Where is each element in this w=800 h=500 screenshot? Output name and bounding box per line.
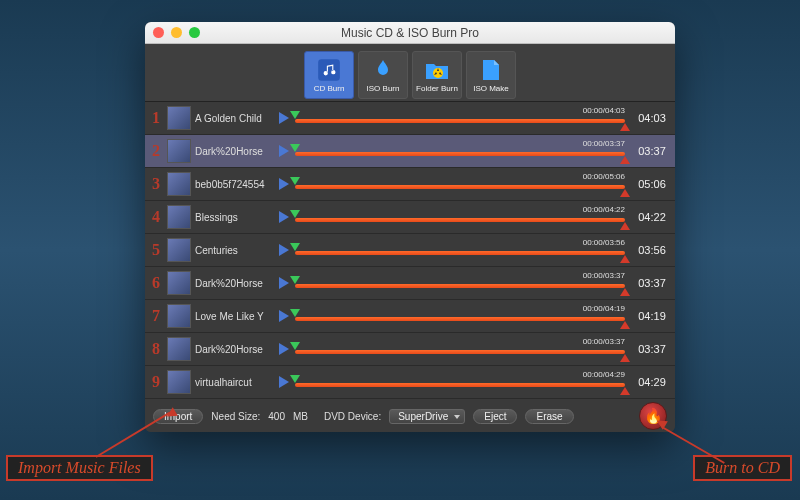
- need-size-unit: MB: [293, 411, 308, 422]
- track-name: virtualhaircut: [195, 377, 273, 388]
- svg-rect-0: [318, 59, 340, 81]
- track-time: 00:00/03:56: [583, 238, 625, 247]
- toolbar-folder-burn[interactable]: Folder Burn: [412, 51, 462, 99]
- play-icon[interactable]: [279, 244, 289, 256]
- toolbar: CD BurnISO BurnFolder BurnISO Make: [145, 44, 675, 102]
- trim-end-handle[interactable]: [620, 222, 630, 230]
- arrow-line: [95, 412, 170, 458]
- toolbar-cd-burn[interactable]: CD Burn: [304, 51, 354, 99]
- track-number: 1: [145, 109, 167, 127]
- track-row[interactable]: 6Dark%20Horse00:00/03:3703:37: [145, 267, 675, 300]
- track-row[interactable]: 2Dark%20Horse00:00/03:3703:37: [145, 135, 675, 168]
- trim-end-handle[interactable]: [620, 354, 630, 362]
- track-number: 8: [145, 340, 167, 358]
- track-thumbnail: [167, 205, 191, 229]
- track-number: 7: [145, 307, 167, 325]
- trim-start-handle[interactable]: [290, 144, 300, 152]
- trim-end-handle[interactable]: [620, 387, 630, 395]
- track-duration: 04:22: [629, 211, 675, 223]
- trim-end-handle[interactable]: [620, 321, 630, 329]
- flame-icon: [368, 56, 398, 84]
- track-name: Dark%20Horse: [195, 278, 273, 289]
- callout-burn: Burn to CD: [693, 455, 792, 481]
- trim-end-handle[interactable]: [620, 156, 630, 164]
- need-size-value: 400: [268, 411, 285, 422]
- toolbar-label: ISO Burn: [367, 84, 400, 93]
- trim-slider[interactable]: 00:00/04:29: [295, 371, 625, 393]
- play-icon[interactable]: [279, 211, 289, 223]
- track-row[interactable]: 7Love Me Like Y00:00/04:1904:19: [145, 300, 675, 333]
- trim-slider[interactable]: 00:00/05:06: [295, 173, 625, 195]
- trim-start-handle[interactable]: [290, 309, 300, 317]
- track-number: 6: [145, 274, 167, 292]
- trim-start-handle[interactable]: [290, 177, 300, 185]
- track-time: 00:00/03:37: [583, 337, 625, 346]
- play-icon[interactable]: [279, 376, 289, 388]
- play-icon[interactable]: [279, 310, 289, 322]
- track-time: 00:00/03:37: [583, 139, 625, 148]
- track-time: 00:00/04:29: [583, 370, 625, 379]
- radiation-folder-icon: [422, 56, 452, 84]
- trim-end-handle[interactable]: [620, 288, 630, 296]
- track-time: 00:00/04:19: [583, 304, 625, 313]
- track-row[interactable]: 5Centuries00:00/03:5603:56: [145, 234, 675, 267]
- track-row[interactable]: 1A Golden Child00:00/04:0304:03: [145, 102, 675, 135]
- toolbar-label: Folder Burn: [416, 84, 458, 93]
- play-icon[interactable]: [279, 178, 289, 190]
- track-duration: 04:29: [629, 376, 675, 388]
- track-row[interactable]: 8Dark%20Horse00:00/03:3703:37: [145, 333, 675, 366]
- track-thumbnail: [167, 172, 191, 196]
- toolbar-iso-burn[interactable]: ISO Burn: [358, 51, 408, 99]
- play-icon[interactable]: [279, 112, 289, 124]
- trim-end-handle[interactable]: [620, 123, 630, 131]
- dvd-device-label: DVD Device:: [324, 411, 381, 422]
- titlebar: Music CD & ISO Burn Pro: [145, 22, 675, 44]
- track-row[interactable]: 4Blessings00:00/04:2204:22: [145, 201, 675, 234]
- play-icon[interactable]: [279, 277, 289, 289]
- track-row[interactable]: 9virtualhaircut00:00/04:2904:29: [145, 366, 675, 399]
- trim-end-handle[interactable]: [620, 189, 630, 197]
- track-duration: 03:37: [629, 145, 675, 157]
- trim-slider[interactable]: 00:00/03:37: [295, 140, 625, 162]
- trim-start-handle[interactable]: [290, 276, 300, 284]
- track-number: 4: [145, 208, 167, 226]
- trim-start-handle[interactable]: [290, 342, 300, 350]
- track-time: 00:00/05:06: [583, 172, 625, 181]
- trim-start-handle[interactable]: [290, 375, 300, 383]
- trim-start-handle[interactable]: [290, 243, 300, 251]
- dvd-device-select[interactable]: SuperDrive: [389, 409, 465, 424]
- track-duration: 03:56: [629, 244, 675, 256]
- trim-slider[interactable]: 00:00/04:03: [295, 107, 625, 129]
- music-note-icon: [314, 56, 344, 84]
- play-icon[interactable]: [279, 343, 289, 355]
- track-thumbnail: [167, 337, 191, 361]
- track-thumbnail: [167, 370, 191, 394]
- track-name: Dark%20Horse: [195, 344, 273, 355]
- trim-slider[interactable]: 00:00/03:37: [295, 272, 625, 294]
- erase-button[interactable]: Erase: [525, 409, 573, 424]
- track-number: 5: [145, 241, 167, 259]
- track-duration: 04:19: [629, 310, 675, 322]
- trim-slider[interactable]: 00:00/03:37: [295, 338, 625, 360]
- track-row[interactable]: 3beb0b5f72455400:00/05:0605:06: [145, 168, 675, 201]
- track-thumbnail: [167, 238, 191, 262]
- play-icon[interactable]: [279, 145, 289, 157]
- eject-button[interactable]: Eject: [473, 409, 517, 424]
- window-title: Music CD & ISO Burn Pro: [145, 26, 675, 40]
- track-name: Centuries: [195, 245, 273, 256]
- trim-start-handle[interactable]: [290, 111, 300, 119]
- trim-slider[interactable]: 00:00/04:19: [295, 305, 625, 327]
- track-duration: 03:37: [629, 343, 675, 355]
- trim-start-handle[interactable]: [290, 210, 300, 218]
- track-duration: 04:03: [629, 112, 675, 124]
- trim-slider[interactable]: 00:00/04:22: [295, 206, 625, 228]
- trim-slider[interactable]: 00:00/03:56: [295, 239, 625, 261]
- trim-end-handle[interactable]: [620, 255, 630, 263]
- toolbar-iso-make[interactable]: ISO Make: [466, 51, 516, 99]
- toolbar-label: CD Burn: [314, 84, 345, 93]
- track-duration: 05:06: [629, 178, 675, 190]
- track-thumbnail: [167, 139, 191, 163]
- track-thumbnail: [167, 106, 191, 130]
- footer: Import Need Size: 400 MB DVD Device: Sup…: [145, 400, 675, 432]
- document-icon: [476, 56, 506, 84]
